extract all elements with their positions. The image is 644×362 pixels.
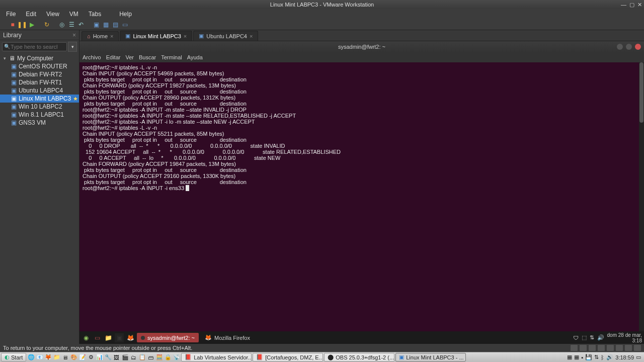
search-dropdown-button[interactable]: ▾: [68, 42, 77, 52]
scrollbar-thumb[interactable]: [639, 62, 643, 123]
ql-icon[interactable]: 📝: [78, 353, 86, 361]
guest-clock[interactable]: dom 28 de mar, 3:18: [607, 332, 642, 343]
tray-updates-icon[interactable]: ⬚: [582, 334, 587, 341]
host-task[interactable]: 📕[Cortafuegos, DMZ, E...: [253, 353, 323, 361]
ql-icon[interactable]: 📋: [138, 353, 146, 361]
show-desktop-icon[interactable]: ▭: [93, 333, 102, 342]
ql-icon[interactable]: 📧: [36, 353, 43, 361]
vm-item[interactable]: ▣CentOS ROUTER: [0, 62, 79, 70]
library-close-icon[interactable]: ×: [72, 32, 76, 39]
host-task[interactable]: ⬤OBS 25.0.3+dfsg1-2 (...: [324, 353, 394, 361]
console-icon[interactable]: ▤: [111, 21, 119, 29]
terminal-titlebar[interactable]: sysadmin@fwrt2: ~: [79, 41, 644, 52]
ql-icon[interactable]: 🦊: [44, 353, 52, 361]
tab-home[interactable]: ⌂ Home ×: [82, 31, 119, 41]
fullscreen-icon[interactable]: ▣: [92, 21, 100, 29]
revert-icon[interactable]: ↶: [77, 21, 85, 29]
vm-item[interactable]: ▣Debian FW-RT1: [0, 78, 79, 86]
vm-item[interactable]: ▣Win 8.1 LABPC1: [0, 111, 79, 119]
terminal-body[interactable]: root@fwrt2:~# iptables -L -v -nChain INP…: [79, 62, 644, 331]
menu-view[interactable]: View: [43, 10, 62, 18]
device-icon[interactable]: [589, 345, 596, 351]
term-close-icon[interactable]: [635, 44, 641, 50]
ql-icon[interactable]: 🎨: [70, 353, 77, 361]
term-menu-ver[interactable]: Ver: [125, 54, 134, 60]
menu-tabs[interactable]: Tabs: [86, 10, 104, 18]
task-firefox[interactable]: 🦊 Mozilla Firefox: [201, 333, 254, 342]
ql-icon[interactable]: 📡: [173, 353, 180, 361]
firefox-icon[interactable]: 🦊: [126, 333, 135, 342]
ql-icon[interactable]: 🔒: [164, 353, 172, 361]
vm-item-selected[interactable]: ▣Linux Mint LABPC3★: [0, 95, 79, 103]
device-icon[interactable]: [580, 345, 587, 351]
ql-icon[interactable]: 🧮: [155, 353, 163, 361]
ql-icon[interactable]: 🗃: [147, 353, 154, 361]
term-menu-buscar[interactable]: Buscar: [139, 54, 156, 60]
term-menu-terminal[interactable]: Terminal: [161, 54, 182, 60]
restart-icon[interactable]: ↻: [43, 21, 51, 29]
ql-icon[interactable]: 🗂: [130, 353, 137, 361]
tab-close-icon[interactable]: ×: [184, 33, 187, 39]
files-icon[interactable]: 📁: [104, 333, 113, 342]
power-off-icon[interactable]: ■: [9, 21, 17, 29]
start-button[interactable]: ◐ Start: [1, 353, 26, 361]
close-icon[interactable]: ✕: [637, 2, 642, 8]
tray-volume-icon[interactable]: 🔊: [606, 354, 613, 360]
tab-linux-mint[interactable]: ▣ Linux Mint LABPC3 ×: [120, 31, 192, 41]
play-icon[interactable]: ▶: [28, 21, 36, 29]
minimize-icon[interactable]: —: [621, 2, 626, 8]
stretch-icon[interactable]: ▭: [121, 21, 129, 29]
vm-item[interactable]: ▣GNS3 VM: [0, 119, 79, 127]
ql-icon[interactable]: 📊: [96, 353, 103, 361]
host-task[interactable]: 📕Lab Virtuales Servidor...: [181, 353, 252, 361]
term-menu-editar[interactable]: Editar: [106, 54, 121, 60]
tray-workspace-icon[interactable]: ▦: [574, 354, 579, 360]
device-icon[interactable]: [616, 345, 623, 351]
tray-workspace-icon[interactable]: ▦: [567, 354, 572, 360]
vm-item[interactable]: ▣Debian FW-RT2: [0, 70, 79, 78]
tray-bluetooth-icon[interactable]: ᛒ: [601, 354, 604, 360]
library-search-input[interactable]: [2, 42, 67, 51]
vm-item[interactable]: ▣Ubuntu LABPC4: [0, 86, 79, 95]
pause-icon[interactable]: ❚❚: [18, 21, 26, 29]
collapse-icon[interactable]: ▾: [2, 56, 7, 61]
device-icon[interactable]: [625, 345, 632, 351]
menu-file[interactable]: File: [3, 10, 19, 18]
device-icon[interactable]: [607, 345, 614, 351]
unity-icon[interactable]: ▦: [102, 21, 110, 29]
menu-edit[interactable]: Edit: [23, 10, 39, 18]
host-task-active[interactable]: ▣Linux Mint LABPC3 - ...: [395, 353, 466, 361]
ql-icon[interactable]: 🎬: [121, 353, 129, 361]
tray-show-desktop-icon[interactable]: ▭: [636, 354, 641, 360]
menu-vm[interactable]: VM: [66, 10, 82, 18]
terminal-scrollbar[interactable]: [639, 62, 644, 331]
menu-launcher-icon[interactable]: ◉: [82, 333, 91, 342]
snapshot-icon[interactable]: ◎: [58, 21, 66, 29]
term-minimize-icon[interactable]: [617, 44, 623, 50]
tray-disk-icon[interactable]: 💾: [585, 354, 592, 360]
device-icon[interactable]: [571, 345, 578, 351]
tab-ubuntu[interactable]: ▣ Ubuntu LABPC4 ×: [193, 31, 258, 41]
ql-icon[interactable]: 🖼: [113, 353, 120, 361]
tray-shield-icon[interactable]: 🛡: [573, 335, 579, 341]
tree-root[interactable]: ▾ 🖥 My Computer: [0, 54, 79, 62]
term-menu-ayuda[interactable]: Ayuda: [187, 54, 203, 60]
ql-icon[interactable]: 🌐: [27, 353, 35, 361]
menu-help[interactable]: Help: [116, 10, 135, 18]
tray-network-icon[interactable]: ⇅: [594, 354, 599, 360]
tray-cpu-icon[interactable]: ▪: [581, 354, 583, 360]
host-clock[interactable]: 3:18:59: [615, 354, 634, 360]
guest-display[interactable]: sysadmin@fwrt2: ~ Archivo Editar Ver Bus…: [79, 41, 644, 344]
tab-close-icon[interactable]: ×: [250, 33, 253, 39]
maximize-icon[interactable]: ▢: [629, 2, 634, 8]
ql-icon[interactable]: 🖥: [61, 353, 69, 361]
tab-close-icon[interactable]: ×: [110, 33, 113, 39]
task-terminal[interactable]: sysadmin@fwrt2: ~: [137, 333, 199, 342]
ql-icon[interactable]: ⚙: [87, 353, 95, 361]
vm-item[interactable]: ▣Win 10 LABPC2: [0, 103, 79, 111]
tray-volume-icon[interactable]: 🔊: [597, 334, 604, 341]
term-menu-archivo[interactable]: Archivo: [83, 54, 101, 60]
ql-icon[interactable]: 🔧: [104, 353, 112, 361]
terminal-launcher-icon[interactable]: ▣: [115, 333, 124, 342]
term-maximize-icon[interactable]: [626, 44, 632, 50]
